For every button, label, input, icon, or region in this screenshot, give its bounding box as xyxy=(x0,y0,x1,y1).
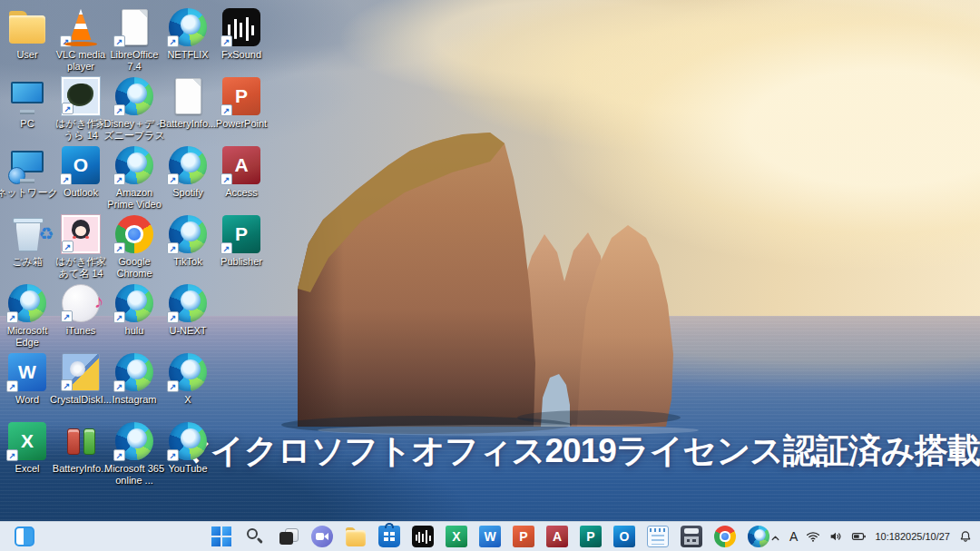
globe-icon xyxy=(8,167,25,184)
fxsound-icon: ↗ xyxy=(222,8,260,46)
desktop-icon-fxsound[interactable]: ↗FxSound xyxy=(209,8,274,61)
access-taskbar-button[interactable]: A xyxy=(546,526,568,547)
itunes-icon: ♪↗ xyxy=(62,284,100,322)
shortcut-arrow-badge: ↗ xyxy=(113,104,125,116)
powerpoint-taskbar-button[interactable]: P xyxy=(513,526,534,547)
edge-icon: ↗ xyxy=(115,422,153,460)
shortcut-arrow-badge: ↗ xyxy=(6,449,18,461)
chat-taskbar-button[interactable] xyxy=(311,526,333,547)
access-icon: A↗ xyxy=(222,146,260,184)
ime-indicator[interactable]: A xyxy=(789,529,798,544)
search-taskbar-button[interactable] xyxy=(244,526,266,547)
shortcut-arrow-badge: ↗ xyxy=(113,380,125,392)
desktop-icon-grid: User↗VLC media player↗LibreOffice 7.4↗NE… xyxy=(0,0,980,551)
chrome-taskbar-button[interactable] xyxy=(714,526,736,547)
calculator-taskbar-button[interactable] xyxy=(681,526,702,547)
microsoft-store-taskbar-button[interactable] xyxy=(378,526,400,547)
hidden-icons-chevron-icon[interactable] xyxy=(769,532,781,544)
shortcut-arrow-badge: ↗ xyxy=(61,379,73,391)
shortcut-arrow-badge: ↗ xyxy=(61,310,73,322)
shortcut-arrow-badge: ↗ xyxy=(60,173,72,185)
shortcut-arrow-badge: ↗ xyxy=(167,242,179,254)
shortcut-arrow-badge: ↗ xyxy=(167,311,179,323)
crystaldisk-icon: ↗ xyxy=(62,353,100,391)
desktop-icon-x[interactable]: ↗X xyxy=(155,353,220,406)
clock-time: 10:18 xyxy=(875,531,900,543)
edge-icon: ↗ xyxy=(169,215,207,253)
task-view-taskbar-button[interactable] xyxy=(278,526,299,547)
edge-icon: ↗ xyxy=(169,8,207,46)
shortcut-arrow-badge: ↗ xyxy=(6,311,18,323)
excel-icon: X↗ xyxy=(8,422,46,460)
desktop-icon-label: X xyxy=(157,394,219,406)
shortcut-arrow-badge: ↗ xyxy=(220,173,232,185)
vlc-icon: ↗ xyxy=(62,8,100,46)
desktop-icon-label: U-NEXT xyxy=(157,325,219,337)
publisher-icon: P↗ xyxy=(222,215,260,253)
outlook-taskbar-button[interactable]: O xyxy=(613,526,635,547)
desktop-icon-u-next[interactable]: ↗U-NEXT xyxy=(155,284,220,337)
stamp-girl-icon: ↗ xyxy=(62,215,100,253)
edge-taskbar-button[interactable] xyxy=(748,526,769,547)
battery-icon xyxy=(62,422,100,460)
outlook-icon: O↗ xyxy=(62,146,100,184)
shortcut-arrow-badge: ↗ xyxy=(113,311,125,323)
shortcut-arrow-badge: ↗ xyxy=(167,35,179,47)
edge-icon: ↗ xyxy=(115,353,153,391)
widgets-button[interactable] xyxy=(15,526,34,546)
clock-date: 2025/10/27 xyxy=(900,531,950,543)
stamp-dark-icon: ↗ xyxy=(62,77,100,115)
edge-icon: ↗ xyxy=(115,146,153,184)
desktop-icon-youtube[interactable]: ↗YouTube xyxy=(155,422,220,475)
network-icon xyxy=(8,146,46,184)
excel-taskbar-button[interactable]: X xyxy=(446,526,467,547)
desktop-icon-label: YouTube xyxy=(157,463,219,475)
shortcut-arrow-badge: ↗ xyxy=(6,380,18,392)
edge-icon: ↗ xyxy=(8,284,46,322)
notepad-taskbar-button[interactable] xyxy=(647,526,669,547)
desktop-icon-label: FxSound xyxy=(211,49,272,61)
edge-icon: ↗ xyxy=(169,284,207,322)
word-taskbar-button[interactable]: W xyxy=(479,526,501,547)
wifi-icon[interactable] xyxy=(806,529,820,544)
windows-desktop: マイクロソフトオフィス2019ライセンス認証済み搭載 User↗VLC medi… xyxy=(0,0,980,551)
desktop-icon-label: PowerPoint xyxy=(211,118,272,130)
shortcut-arrow-badge: ↗ xyxy=(220,104,232,116)
shortcut-arrow-badge: ↗ xyxy=(220,242,232,254)
shortcut-arrow-badge: ↗ xyxy=(113,242,125,254)
desktop-icon-label: Access xyxy=(211,187,272,199)
desktop-icon-powerpoint[interactable]: P↗PowerPoint xyxy=(209,77,274,130)
doc-icon: ↗ xyxy=(115,8,153,46)
edge-icon: ↗ xyxy=(115,284,153,322)
taskbar: XWPAPO A xyxy=(0,521,980,551)
battery-icon[interactable] xyxy=(851,529,867,544)
notification-bell-icon[interactable] xyxy=(958,529,973,544)
desktop-icon-label: Publisher xyxy=(211,256,272,268)
word-icon: W↗ xyxy=(8,353,46,391)
shortcut-arrow-badge: ↗ xyxy=(113,449,125,461)
taskbar-clock[interactable]: 10:18 2025/10/27 xyxy=(875,531,950,543)
taskbar-center-icons: XWPAPO xyxy=(211,522,769,551)
volume-icon[interactable] xyxy=(828,529,843,544)
file-explorer-taskbar-button[interactable] xyxy=(345,526,367,547)
edge-icon: ↗ xyxy=(115,77,153,115)
bin-icon: ♻ xyxy=(8,215,46,253)
edge-icon: ↗ xyxy=(169,422,207,460)
ppt-icon: P↗ xyxy=(222,77,260,115)
shortcut-arrow-badge: ↗ xyxy=(167,449,179,461)
folder-icon xyxy=(8,8,46,46)
fxsound-taskbar-button[interactable] xyxy=(412,526,434,547)
desktop-icon-publisher[interactable]: P↗Publisher xyxy=(209,215,274,268)
publisher-taskbar-button[interactable]: P xyxy=(580,526,602,547)
doc-icon xyxy=(169,77,207,115)
edge-icon: ↗ xyxy=(169,146,207,184)
system-tray: A xyxy=(769,522,973,551)
start-taskbar-button[interactable] xyxy=(211,526,232,547)
shortcut-arrow-badge: ↗ xyxy=(62,103,74,114)
edge-icon: ↗ xyxy=(169,353,207,391)
shortcut-arrow-badge: ↗ xyxy=(113,35,125,47)
shortcut-arrow-badge: ↗ xyxy=(220,35,232,47)
shortcut-arrow-badge: ↗ xyxy=(113,173,125,185)
shortcut-arrow-badge: ↗ xyxy=(167,173,179,185)
desktop-icon-access[interactable]: A↗Access xyxy=(209,146,274,199)
